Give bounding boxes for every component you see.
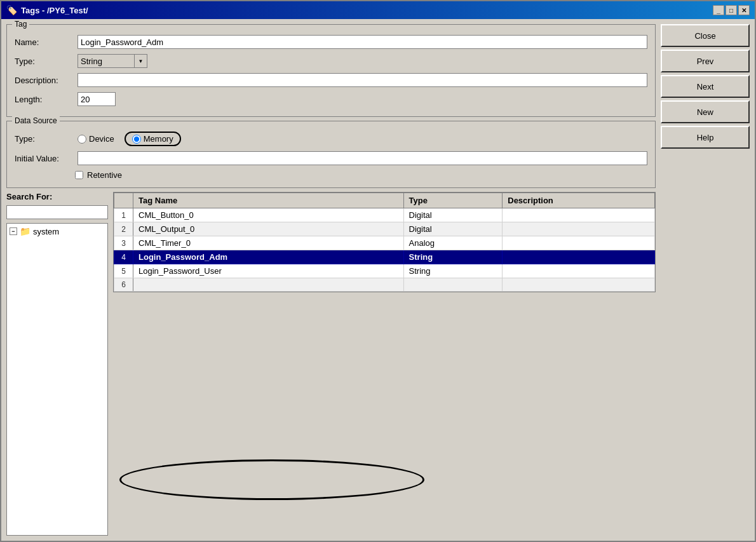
window-title: Tags - /PY6_Test/ [21, 6, 88, 15]
table-row[interactable]: 5 Login_Password_User String [114, 264, 655, 278]
device-radio-label[interactable]: Device [78, 134, 114, 144]
row-tag-name [133, 278, 404, 292]
table-body: 1 CML_Button_0 Digital 2 CML_Output_0 Di… [114, 208, 655, 292]
row-type: String [403, 264, 503, 278]
row-tag-name: CML_Button_0 [133, 208, 404, 222]
bottom-section: Search For: − 📁 system [6, 192, 656, 536]
minimize-button[interactable]: _ [713, 5, 724, 15]
initial-value-input[interactable] [78, 151, 647, 165]
close-button[interactable]: Close [661, 24, 750, 47]
row-tag-name: CML_Output_0 [133, 222, 404, 236]
memory-radio[interactable] [132, 135, 141, 144]
data-source-type-row: Type: Device Memory [15, 132, 647, 146]
window-icon: 🏷️ [6, 5, 17, 15]
description-label: Description: [15, 76, 75, 85]
title-bar-left: 🏷️ Tags - /PY6_Test/ [6, 5, 88, 15]
row-tag-name: Login_Password_User [133, 264, 404, 278]
type-select[interactable]: String Digital Analog Integer Float [78, 54, 135, 68]
name-input[interactable] [78, 35, 647, 49]
ds-type-label: Type: [15, 134, 75, 144]
row-tag-name: CML_Timer_0 [133, 236, 404, 250]
folder-icon: 📁 [20, 226, 30, 236]
length-label: Length: [15, 95, 75, 104]
table-row[interactable]: 2 CML_Output_0 Digital [114, 222, 655, 236]
device-radio[interactable] [78, 135, 86, 144]
next-button[interactable]: Next [661, 75, 750, 98]
col-description: Description [503, 193, 655, 208]
col-tag-name: Tag Name [133, 193, 404, 208]
radio-group: Device Memory [78, 132, 181, 146]
tree-root[interactable]: − 📁 system [10, 226, 105, 236]
table-row[interactable]: 6 [114, 278, 655, 292]
name-label: Name: [15, 37, 75, 47]
table-row-selected[interactable]: 4 Login_Password_Adm String [114, 250, 655, 264]
row-num: 5 [114, 264, 133, 278]
type-row: Type: String Digital Analog Integer Floa… [15, 54, 647, 68]
table-row[interactable]: 1 CML_Button_0 Digital [114, 208, 655, 222]
title-controls: _ □ ✕ [713, 5, 750, 15]
tag-group: Tag Name: Type: String Digital Analog In… [6, 24, 656, 117]
tags-table: Tag Name Type Description 1 CML_Button_0… [114, 193, 655, 292]
close-title-button[interactable]: ✕ [738, 5, 750, 15]
maximize-button[interactable]: □ [726, 5, 737, 15]
row-type: Digital [403, 208, 503, 222]
description-row: Description: [15, 73, 647, 87]
main-area: Tag Name: Type: String Digital Analog In… [6, 24, 656, 536]
col-type: Type [403, 193, 503, 208]
window-content: Tag Name: Type: String Digital Analog In… [1, 19, 755, 541]
row-num: 4 [114, 250, 133, 264]
table-header-row: Tag Name Type Description [114, 193, 655, 208]
tag-group-title: Tag [12, 20, 29, 29]
type-label: Type: [15, 57, 75, 66]
name-row: Name: [15, 35, 647, 49]
row-num: 3 [114, 236, 133, 250]
col-num [114, 193, 133, 208]
memory-highlight: Memory [125, 132, 181, 146]
row-description [503, 250, 655, 264]
row-description [503, 236, 655, 250]
tree-collapse-icon[interactable]: − [10, 227, 17, 235]
row-num: 2 [114, 222, 133, 236]
tree-system-label: system [33, 227, 59, 236]
oval-annotation [119, 459, 424, 500]
type-select-wrapper: String Digital Analog Integer Float ▼ [78, 54, 154, 68]
search-panel: Search For: − 📁 system [6, 192, 108, 536]
row-type [403, 278, 503, 292]
memory-radio-text: Memory [144, 134, 173, 144]
row-type: String [403, 250, 503, 264]
memory-radio-label[interactable]: Memory [132, 134, 173, 144]
row-description [503, 222, 655, 236]
row-type: Digital [403, 222, 503, 236]
new-button[interactable]: New [661, 100, 750, 123]
prev-button[interactable]: Prev [661, 50, 750, 72]
sidebar-buttons: Close Prev Next New Help [661, 24, 750, 536]
search-input[interactable] [6, 205, 108, 219]
length-row: Length: [15, 92, 647, 106]
length-input[interactable] [78, 92, 116, 106]
description-input[interactable] [78, 73, 647, 87]
data-source-group: Data Source Type: Device Memory [6, 121, 656, 188]
row-description [503, 264, 655, 278]
row-description [503, 278, 655, 292]
tag-table: Tag Name Type Description 1 CML_Button_0… [113, 192, 656, 292]
main-window: 🏷️ Tags - /PY6_Test/ _ □ ✕ Tag Name: Typ… [0, 0, 756, 542]
row-type: Analog [403, 236, 503, 250]
row-num: 6 [114, 278, 133, 292]
title-bar: 🏷️ Tags - /PY6_Test/ _ □ ✕ [1, 1, 755, 19]
row-description [503, 208, 655, 222]
select-arrow-icon[interactable]: ▼ [135, 54, 147, 68]
data-source-title: Data Source [12, 116, 60, 125]
search-label: Search For: [6, 192, 108, 201]
table-row[interactable]: 3 CML_Timer_0 Analog [114, 236, 655, 250]
retentive-label: Retentive [87, 170, 122, 180]
tree-view: − 📁 system [6, 223, 108, 536]
table-wrapper: Tag Name Type Description 1 CML_Button_0… [113, 192, 656, 536]
help-button[interactable]: Help [661, 126, 750, 149]
row-num: 1 [114, 208, 133, 222]
device-radio-text: Device [89, 134, 114, 144]
initial-value-row: Initial Value: [15, 151, 647, 165]
initial-value-label: Initial Value: [15, 154, 75, 163]
row-tag-name: Login_Password_Adm [133, 250, 404, 264]
retentive-checkbox[interactable] [75, 171, 83, 179]
retentive-row: Retentive [75, 170, 647, 180]
